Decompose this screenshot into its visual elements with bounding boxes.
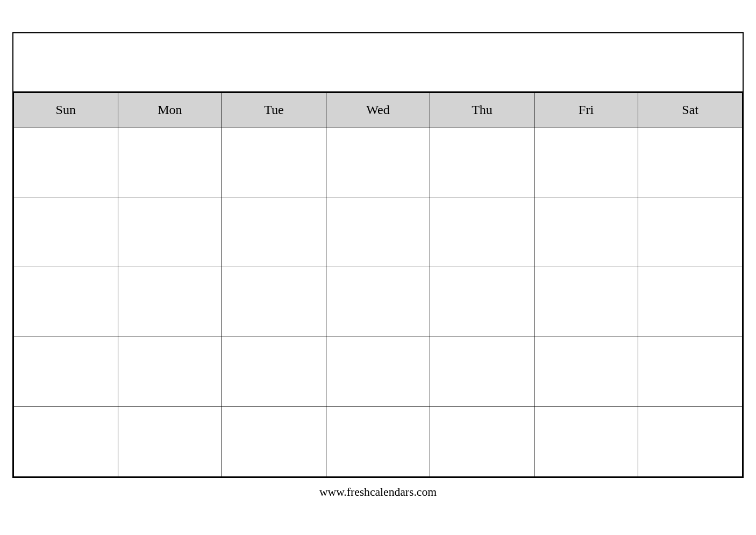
header-wed: Wed bbox=[326, 92, 430, 127]
week-row-4 bbox=[14, 337, 743, 406]
day-cell bbox=[534, 197, 638, 267]
week-row-1 bbox=[14, 127, 743, 197]
week-row-5 bbox=[14, 406, 743, 476]
day-cell bbox=[222, 267, 326, 337]
calendar-grid: Sun Mon Tue Wed Thu Fri Sat bbox=[13, 92, 743, 477]
footer-url: www.freshcalendars.com bbox=[12, 478, 744, 503]
day-cell bbox=[222, 197, 326, 267]
day-cell bbox=[430, 127, 534, 197]
day-cell bbox=[222, 337, 326, 406]
header-mon: Mon bbox=[118, 92, 222, 127]
day-cell bbox=[534, 337, 638, 406]
header-sat: Sat bbox=[638, 92, 743, 127]
day-cell bbox=[118, 337, 222, 406]
day-cell bbox=[222, 127, 326, 197]
day-cell bbox=[118, 406, 222, 476]
day-cell bbox=[326, 337, 430, 406]
day-cell bbox=[638, 267, 743, 337]
day-cell bbox=[14, 267, 118, 337]
day-cell bbox=[14, 337, 118, 406]
day-cell bbox=[638, 197, 743, 267]
day-cell bbox=[638, 406, 743, 476]
header-tue: Tue bbox=[222, 92, 326, 127]
day-cell bbox=[326, 406, 430, 476]
day-cell bbox=[534, 127, 638, 197]
day-cell bbox=[534, 406, 638, 476]
header-sun: Sun bbox=[14, 92, 118, 127]
day-cell bbox=[14, 406, 118, 476]
day-cell bbox=[222, 406, 326, 476]
day-cell bbox=[638, 337, 743, 406]
header-fri: Fri bbox=[534, 92, 638, 127]
header-thu: Thu bbox=[430, 92, 534, 127]
day-cell bbox=[14, 197, 118, 267]
day-cell bbox=[638, 127, 743, 197]
day-cell bbox=[430, 197, 534, 267]
page-wrapper: Sun Mon Tue Wed Thu Fri Sat bbox=[12, 32, 744, 503]
week-row-2 bbox=[14, 197, 743, 267]
calendar-container: Sun Mon Tue Wed Thu Fri Sat bbox=[12, 32, 744, 478]
day-cell bbox=[118, 197, 222, 267]
day-cell bbox=[326, 197, 430, 267]
title-row bbox=[13, 33, 743, 92]
day-cell bbox=[430, 406, 534, 476]
day-cell bbox=[430, 337, 534, 406]
week-row-3 bbox=[14, 267, 743, 337]
day-cell bbox=[14, 127, 118, 197]
day-cell bbox=[118, 127, 222, 197]
day-cell bbox=[326, 127, 430, 197]
day-cell bbox=[534, 267, 638, 337]
header-row: Sun Mon Tue Wed Thu Fri Sat bbox=[14, 92, 743, 127]
day-cell bbox=[326, 267, 430, 337]
day-cell bbox=[430, 267, 534, 337]
day-cell bbox=[118, 267, 222, 337]
